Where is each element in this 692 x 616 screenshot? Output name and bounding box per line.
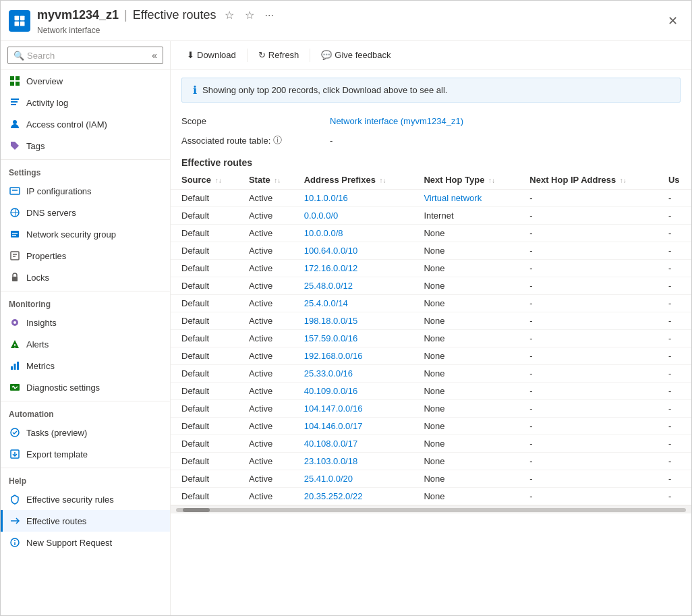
table-cell[interactable]: 25.41.0.0/20: [299, 470, 419, 488]
sidebar-item-new-support-request[interactable]: New Support Request: [1, 532, 170, 553]
sidebar-item-dns-servers[interactable]: DNS servers: [1, 202, 170, 223]
svg-rect-2: [15, 21, 20, 26]
table-cell[interactable]: 157.59.0.0/16: [299, 330, 419, 347]
table-cell: -: [663, 330, 691, 347]
search-wrapper[interactable]: 🔍 «: [7, 47, 163, 64]
sidebar-item-access-control[interactable]: Access control (IAM): [1, 113, 170, 135]
security-rules-icon: [9, 493, 21, 505]
table-cell[interactable]: 40.109.0.0/16: [299, 383, 419, 400]
routes-table: Source ↑↓ State ↑↓ Address Prefixes ↑↓: [171, 171, 691, 505]
table-cell[interactable]: 10.1.0.0/16: [299, 190, 419, 207]
feedback-label: Give feedback: [335, 50, 391, 60]
download-button[interactable]: ⬇ Download: [181, 47, 241, 63]
table-cell: Active: [243, 260, 299, 277]
insights-icon: [9, 316, 21, 329]
scope-value[interactable]: Network interface (myvm1234_z1): [330, 116, 463, 126]
table-cell: Active: [243, 330, 299, 347]
sidebar-item-nsg[interactable]: Network security group: [1, 223, 170, 245]
feedback-button[interactable]: 💬 Give feedback: [316, 47, 396, 63]
table-cell[interactable]: 0.0.0.0/0: [299, 207, 419, 225]
table-cell[interactable]: 104.146.0.0/17: [299, 418, 419, 435]
table-cell[interactable]: 192.168.0.0/16: [299, 347, 419, 365]
info-tooltip-icon[interactable]: ⓘ: [273, 134, 282, 146]
table-cell[interactable]: 198.18.0.0/15: [299, 312, 419, 330]
table-row: DefaultActive104.147.0.0/16None--: [171, 400, 691, 418]
sidebar-item-properties[interactable]: Properties: [1, 245, 170, 267]
table-cell: -: [524, 488, 663, 505]
favorite-icon-1[interactable]: ☆: [222, 6, 237, 24]
table-cell[interactable]: 25.48.0.0/12: [299, 277, 419, 295]
table-cell[interactable]: 10.0.0.0/8: [299, 225, 419, 242]
close-button[interactable]: ✕: [662, 11, 683, 31]
sidebar-item-alerts[interactable]: Alerts: [1, 333, 170, 355]
search-input[interactable]: [27, 51, 149, 61]
table-cell[interactable]: 40.108.0.0/17: [299, 435, 419, 453]
more-actions-icon[interactable]: ···: [262, 7, 277, 24]
table-cell[interactable]: 104.147.0.0/16: [299, 400, 419, 418]
table-cell[interactable]: 25.4.0.0/14: [299, 295, 419, 312]
table-cell: None: [418, 225, 524, 242]
sidebar-item-locks[interactable]: Locks: [1, 267, 170, 288]
table-cell: None: [418, 435, 524, 453]
table-cell: -: [524, 330, 663, 347]
sidebar-item-export-template[interactable]: Export template: [1, 443, 170, 465]
col-next-hop-type[interactable]: Next Hop Type ↑↓: [418, 171, 524, 190]
table-cell: None: [418, 330, 524, 347]
scrollbar-thumb[interactable]: [183, 508, 210, 512]
table-cell[interactable]: 20.35.252.0/22: [299, 488, 419, 505]
table-cell[interactable]: Virtual network: [418, 190, 524, 207]
table-cell[interactable]: 172.16.0.0/12: [299, 260, 419, 277]
svg-rect-0: [15, 16, 20, 20]
refresh-button[interactable]: ↻ Refresh: [253, 47, 305, 63]
sidebar-item-label: Metrics: [26, 361, 55, 371]
sidebar-item-label: Overview: [26, 76, 63, 86]
table-header-row: Source ↑↓ State ↑↓ Address Prefixes ↑↓: [171, 171, 691, 190]
col-us[interactable]: Us: [663, 171, 691, 190]
sidebar-item-activity-log[interactable]: Activity log: [1, 92, 170, 113]
table-cell: Active: [243, 453, 299, 470]
sidebar-item-tasks-preview[interactable]: Tasks (preview): [1, 422, 170, 443]
collapse-sidebar-button[interactable]: «: [152, 50, 157, 61]
table-cell[interactable]: 100.64.0.0/10: [299, 242, 419, 260]
sidebar-item-overview[interactable]: Overview: [1, 70, 170, 92]
table-cell: None: [418, 347, 524, 365]
sidebar-item-diagnostic-settings[interactable]: Diagnostic settings: [1, 376, 170, 398]
col-next-hop-ip[interactable]: Next Hop IP Address ↑↓: [524, 171, 663, 190]
title-info: myvm1234_z1 | Effective routes ☆ ☆ ··· N…: [37, 6, 662, 35]
sidebar-item-effective-security-rules[interactable]: Effective security rules: [1, 488, 170, 510]
scrollbar-track[interactable]: [176, 508, 686, 512]
sidebar-item-label: DNS servers: [26, 208, 76, 218]
sidebar-item-tags[interactable]: Tags: [1, 135, 170, 157]
svg-rect-7: [16, 82, 20, 86]
sidebar-item-label: Tasks (preview): [26, 428, 87, 438]
horizontal-scrollbar[interactable]: [171, 505, 691, 513]
content-area: ⬇ Download ↻ Refresh 💬 Give feedback: [171, 41, 691, 615]
col-source[interactable]: Source ↑↓: [171, 171, 243, 190]
col-address-prefixes[interactable]: Address Prefixes ↑↓: [299, 171, 419, 190]
table-cell: Active: [243, 347, 299, 365]
table-cell: -: [663, 488, 691, 505]
table-cell: -: [524, 400, 663, 418]
sidebar-item-insights[interactable]: Insights: [1, 312, 170, 333]
table-cell: -: [663, 207, 691, 225]
sidebar-item-label: Effective routes: [26, 516, 86, 526]
sidebar-item-effective-routes[interactable]: Effective routes: [1, 510, 170, 532]
help-section-title: Help: [1, 468, 170, 488]
table-cell: -: [663, 225, 691, 242]
table-cell[interactable]: 23.103.0.0/18: [299, 453, 419, 470]
table-row: DefaultActive20.35.252.0/22None--: [171, 488, 691, 505]
col-state[interactable]: State ↑↓: [243, 171, 299, 190]
table-cell: Active: [243, 277, 299, 295]
sidebar-item-metrics[interactable]: Metrics: [1, 355, 170, 376]
table-cell: Default: [171, 190, 243, 207]
diagnostic-icon: [9, 381, 21, 393]
table-cell: Default: [171, 295, 243, 312]
sort-icon-hop-type: ↑↓: [488, 177, 495, 184]
sidebar-item-ip-configurations[interactable]: IP configurations: [1, 180, 170, 202]
toolbar-separator-2: [310, 49, 310, 62]
search-icon: 🔍: [13, 51, 24, 61]
table-cell: Active: [243, 400, 299, 418]
favorite-icon-2[interactable]: ☆: [242, 6, 257, 24]
table-cell[interactable]: 25.33.0.0/16: [299, 365, 419, 383]
info-banner-text: Showing only top 200 records, click Down…: [202, 85, 448, 95]
